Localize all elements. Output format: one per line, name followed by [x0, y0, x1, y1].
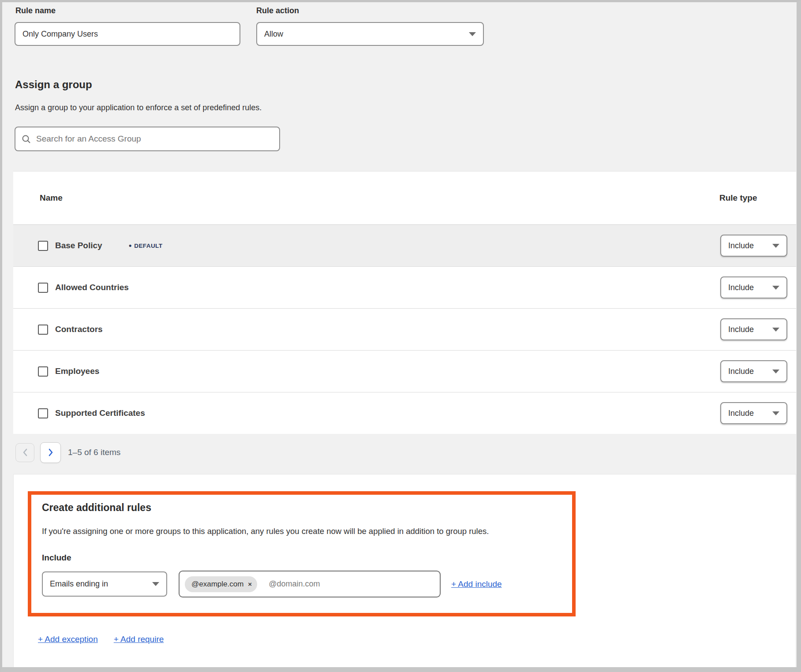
add-require-link[interactable]: + Add require [114, 635, 164, 644]
row-checkbox[interactable] [38, 366, 48, 377]
add-exception-link[interactable]: + Add exception [38, 635, 98, 644]
rule-name-input[interactable] [15, 22, 240, 46]
column-header-rule-type: Rule type [719, 193, 757, 203]
rule-type-select[interactable]: Include [720, 318, 787, 340]
group-name: Allowed Countries [55, 283, 129, 292]
previous-page-button[interactable] [15, 443, 34, 462]
row-checkbox[interactable] [38, 241, 48, 251]
table-row: Allowed Countries Include [13, 266, 796, 308]
badge-label: DEFAULT [134, 243, 162, 249]
additional-rules-description: If you're assigning one or more groups t… [42, 526, 562, 536]
access-group-search [15, 127, 280, 151]
access-groups-table: Name Rule type Base Policy • DEFAULT Inc… [13, 171, 796, 434]
group-name: Base Policy [55, 241, 102, 250]
assign-group-heading: Assign a group [15, 78, 92, 91]
badge-bullet-icon: • [129, 241, 131, 250]
assign-group-description: Assign a group to your application to en… [15, 103, 262, 112]
chevron-down-icon [469, 32, 476, 36]
next-page-button[interactable] [40, 442, 61, 463]
chevron-right-icon [48, 448, 53, 456]
table-row: Contractors Include [13, 308, 796, 350]
search-input[interactable] [36, 134, 273, 144]
rule-action-label: Rule action [256, 6, 299, 15]
additional-rules-heading: Create additional rules [42, 502, 151, 514]
rule-action-value: Allow [264, 30, 283, 39]
add-include-link[interactable]: + Add include [451, 579, 502, 589]
rule-type-value: Include [728, 241, 754, 250]
rule-type-select[interactable]: Include [720, 276, 787, 299]
condition-select[interactable]: Emails ending in [42, 571, 167, 597]
rule-type-value: Include [728, 283, 754, 292]
chevron-down-icon [772, 286, 779, 290]
chevron-down-icon [772, 411, 779, 415]
include-rule-row: Emails ending in @example.com × + Add in… [42, 571, 502, 597]
domain-input[interactable] [269, 579, 434, 589]
rule-type-select[interactable]: Include [720, 402, 787, 424]
chevron-left-icon [22, 448, 28, 456]
rule-type-value: Include [728, 409, 754, 418]
row-checkbox[interactable] [38, 408, 48, 418]
rule-type-value: Include [728, 325, 754, 334]
table-row: Employees Include [13, 350, 796, 392]
rule-type-value: Include [728, 367, 754, 376]
row-checkbox[interactable] [38, 325, 48, 335]
rule-type-select[interactable]: Include [720, 360, 787, 382]
group-name: Employees [55, 366, 99, 376]
rule-action-select[interactable]: Allow [256, 22, 484, 46]
condition-value: Emails ending in [50, 579, 108, 589]
group-name: Contractors [55, 325, 103, 334]
highlight-outline: Create additional rules If you're assign… [28, 491, 576, 616]
pagination: 1–5 of 6 items [15, 441, 120, 464]
chevron-down-icon [772, 370, 779, 373]
column-header-name: Name [40, 193, 63, 203]
rule-name-label: Rule name [15, 6, 56, 15]
group-name: Supported Certificates [55, 408, 145, 418]
table-row: Supported Certificates Include [13, 392, 796, 434]
rule-type-select[interactable]: Include [720, 235, 787, 257]
row-checkbox[interactable] [38, 283, 48, 293]
include-label: Include [42, 553, 71, 563]
email-domains-input: @example.com × [179, 571, 441, 597]
email-domain-chip: @example.com × [185, 576, 257, 592]
chip-label: @example.com [191, 580, 243, 589]
chevron-down-icon [152, 582, 159, 586]
chevron-down-icon [772, 328, 779, 332]
table-header: Name Rule type [13, 172, 796, 224]
additional-rules-card: Create additional rules If you're assign… [13, 474, 796, 667]
table-row: Base Policy • DEFAULT Include [13, 224, 796, 266]
chevron-down-icon [772, 244, 779, 248]
remove-chip-icon[interactable]: × [248, 580, 252, 588]
pagination-status: 1–5 of 6 items [68, 448, 120, 457]
search-icon [22, 134, 31, 144]
rule-links: + Add exception + Add require [38, 635, 164, 644]
default-badge: • DEFAULT [129, 241, 162, 250]
policy-rule-page: Rule name Rule action Allow Assign a gro… [0, 0, 801, 672]
